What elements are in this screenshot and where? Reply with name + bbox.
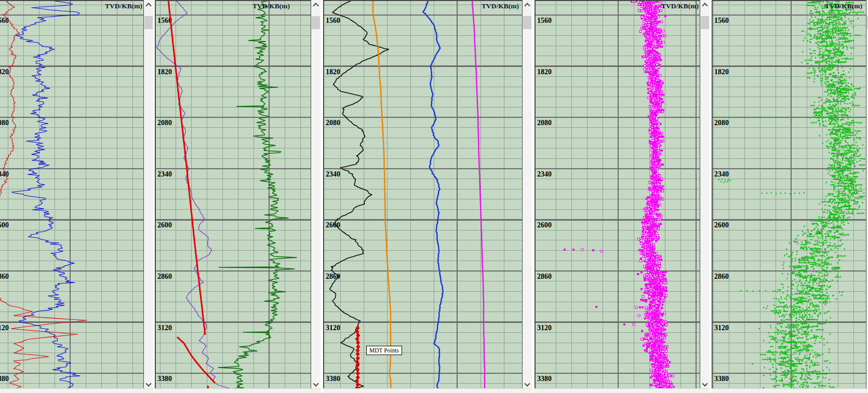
log-plot-area-5[interactable]: 15601820208023402600286031203380: [712, 0, 866, 389]
depth-unit-label: TVD/KB(m): [252, 2, 290, 10]
depth-label: 2860: [0, 273, 9, 280]
horizontal-scrollbar[interactable]: [0, 388, 153, 393]
horizontal-scrollbar[interactable]: [323, 388, 532, 393]
log-track-5: 15601820208023402600286031203380 TVD/KB(…: [712, 0, 868, 393]
vertical-scrollbar[interactable]: [144, 0, 153, 389]
depth-label: 2080: [0, 119, 9, 127]
depth-unit-label: TVD/KB(m): [661, 2, 699, 10]
depth-label: 2860: [326, 273, 340, 280]
chevron-up-icon: [145, 3, 151, 8]
chevron-down-icon: [524, 381, 530, 386]
scrollbar-thumb[interactable]: [144, 16, 153, 29]
log-plot-area-4[interactable]: 15601820208023402600286031203380: [535, 0, 700, 389]
depth-label: 2600: [0, 221, 9, 229]
depth-label: 2340: [537, 170, 552, 178]
depth-label: 2600: [537, 221, 552, 229]
depth-label: 1560: [537, 17, 552, 24]
log-plot-area-1[interactable]: 15601820208023402600286031203380: [0, 0, 144, 389]
depth-label: 3380: [326, 375, 340, 383]
depth-unit-label: TVD/KB(m): [825, 2, 862, 10]
depth-label: 1820: [537, 68, 552, 76]
scroll-down-button[interactable]: [144, 380, 153, 389]
depth-label: 3380: [0, 375, 9, 383]
well-log-workspace: 15601820208023402600286031203380 TVD/KB(…: [0, 0, 868, 393]
depth-label: 3120: [326, 324, 340, 332]
depth-label: 3380: [537, 375, 552, 383]
depth-unit-label: TVD/KB(m): [105, 2, 142, 10]
vertical-scrollbar[interactable]: [700, 0, 710, 389]
log-track-3: 15601820208023402600286031203380 TVD/KB(…: [323, 0, 532, 393]
chevron-down-icon: [313, 381, 318, 386]
depth-label: 2860: [537, 273, 552, 280]
depth-label: 3380: [157, 375, 172, 383]
scroll-up-button[interactable]: [144, 0, 153, 9]
depth-label: 3380: [714, 375, 729, 383]
horizontal-scrollbar[interactable]: [712, 388, 868, 393]
depth-label: 2860: [157, 273, 172, 280]
horizontal-scrollbar[interactable]: [155, 388, 321, 393]
depth-label: 3120: [157, 324, 172, 332]
depth-label: 3120: [537, 324, 552, 332]
scroll-down-button[interactable]: [311, 380, 321, 389]
log-track-4: 15601820208023402600286031203380 TVD/KB(…: [535, 0, 710, 393]
log-plot-area-2[interactable]: 15601820208023402600286031203380: [155, 0, 311, 389]
depth-label: 1560: [0, 17, 9, 24]
chevron-down-icon: [145, 381, 151, 386]
depth-label: 2080: [714, 119, 729, 127]
depth-label: 2860: [714, 273, 729, 280]
scroll-up-button[interactable]: [311, 0, 321, 9]
scroll-down-button[interactable]: [700, 380, 710, 389]
depth-label: 1560: [326, 17, 340, 24]
log-plot-area-3[interactable]: 15601820208023402600286031203380: [323, 0, 523, 389]
depth-label: 1560: [714, 17, 729, 24]
depth-label: 1820: [0, 68, 9, 76]
scrollbar-thumb[interactable]: [523, 16, 531, 29]
chevron-up-icon: [702, 3, 707, 8]
depth-label: 1820: [714, 68, 729, 76]
scrollbar-thumb[interactable]: [701, 16, 709, 29]
vertical-scrollbar[interactable]: [311, 0, 321, 389]
log-track-2: 15601820208023402600286031203380 TVD/KB(…: [155, 0, 321, 393]
depth-label: 2080: [326, 119, 340, 127]
chevron-up-icon: [313, 3, 318, 8]
depth-label: 2340: [157, 170, 172, 178]
scrollbar-thumb[interactable]: [312, 16, 320, 29]
scroll-up-button[interactable]: [700, 0, 710, 9]
horizontal-scrollbar[interactable]: [535, 388, 710, 393]
vertical-scrollbar[interactable]: [523, 0, 532, 389]
depth-label: 1820: [326, 68, 340, 76]
depth-label: 2340: [326, 170, 340, 178]
chevron-down-icon: [702, 381, 707, 386]
depth-label: 3120: [714, 324, 729, 332]
depth-unit-label: TVD/KB(m): [482, 2, 519, 10]
depth-label: 2080: [157, 119, 172, 127]
log-track-1: 15601820208023402600286031203380 TVD/KB(…: [0, 0, 153, 393]
depth-label: 3120: [0, 324, 9, 332]
depth-label: 2340: [714, 170, 729, 178]
mdt-points-label[interactable]: MDT Points: [366, 346, 402, 355]
depth-label: 2600: [157, 221, 172, 229]
scroll-down-button[interactable]: [523, 380, 532, 389]
depth-label: 2600: [714, 221, 729, 229]
depth-label: 2080: [537, 119, 552, 127]
depth-label: 1820: [157, 68, 172, 76]
scroll-up-button[interactable]: [523, 0, 532, 9]
chevron-up-icon: [524, 3, 530, 8]
